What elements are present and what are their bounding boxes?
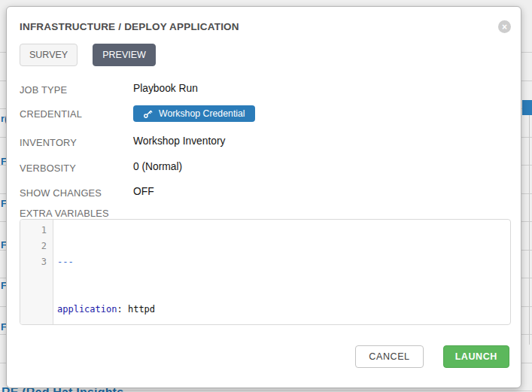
line-number: 2 bbox=[20, 239, 47, 254]
cancel-button[interactable]: CANCEL bbox=[355, 345, 423, 368]
credential-badge[interactable]: Workshop Credential bbox=[133, 105, 255, 122]
extra-variables-label: EXTRA VARIABLES bbox=[20, 208, 109, 219]
detail-row-show-changes: SHOW CHANGES OFF bbox=[20, 186, 512, 199]
close-button[interactable]: × bbox=[498, 20, 511, 33]
yaml-separator: : bbox=[117, 304, 127, 315]
backdrop-button-fragment bbox=[522, 100, 532, 115]
dialog-tabs: SURVEY PREVIEW bbox=[20, 44, 156, 66]
line-number: 1 bbox=[20, 223, 47, 239]
deploy-application-dialog: INFRASTRUCTURE / DEPLOY APPLICATION × SU… bbox=[6, 6, 521, 388]
field-value: Playbook Run bbox=[133, 83, 198, 94]
credential-badge-label: Workshop Credential bbox=[159, 108, 245, 119]
line-number: 3 bbox=[20, 254, 47, 270]
yaml-key: application bbox=[57, 304, 117, 315]
detail-row-verbosity: VERBOSITY 0 (Normal) bbox=[20, 161, 512, 174]
field-label: INVENTORY bbox=[20, 135, 133, 148]
editor-line-numbers: 1 2 3 bbox=[20, 220, 53, 324]
field-value: 0 (Normal) bbox=[133, 161, 182, 172]
code-line: --- bbox=[57, 254, 155, 270]
key-icon bbox=[143, 109, 153, 119]
field-label: SHOW CHANGES bbox=[20, 186, 133, 199]
launch-button[interactable]: LAUNCH bbox=[443, 345, 509, 368]
tab-survey[interactable]: SURVEY bbox=[20, 44, 78, 66]
detail-row-inventory: INVENTORY Workshop Inventory bbox=[20, 135, 512, 148]
yaml-doc-separator: --- bbox=[57, 257, 74, 267]
field-label: VERBOSITY bbox=[20, 161, 133, 174]
field-value: Workshop Inventory bbox=[133, 135, 225, 147]
code-line: application: httpd bbox=[57, 302, 155, 318]
dialog-title: INFRASTRUCTURE / DEPLOY APPLICATION bbox=[20, 21, 239, 32]
field-value: OFF bbox=[133, 186, 154, 197]
field-label: CREDENTIAL bbox=[20, 107, 133, 120]
detail-row-credential: CREDENTIAL Workshop Credential bbox=[20, 107, 512, 122]
tab-preview[interactable]: PREVIEW bbox=[93, 44, 156, 66]
editor-code[interactable]: --- application: httpd bbox=[53, 220, 155, 324]
yaml-value: httpd bbox=[128, 304, 155, 315]
backdrop-column-divider bbox=[529, 115, 530, 345]
field-label: JOB TYPE bbox=[20, 83, 133, 96]
job-details: JOB TYPE Playbook Run CREDENTIAL Wor bbox=[20, 83, 512, 199]
detail-row-job-type: JOB TYPE Playbook Run bbox=[20, 83, 512, 96]
extra-variables-editor[interactable]: 1 2 3 --- application: httpd bbox=[20, 219, 511, 325]
close-icon: × bbox=[502, 23, 507, 32]
dialog-footer: CANCEL LAUNCH bbox=[355, 345, 509, 368]
